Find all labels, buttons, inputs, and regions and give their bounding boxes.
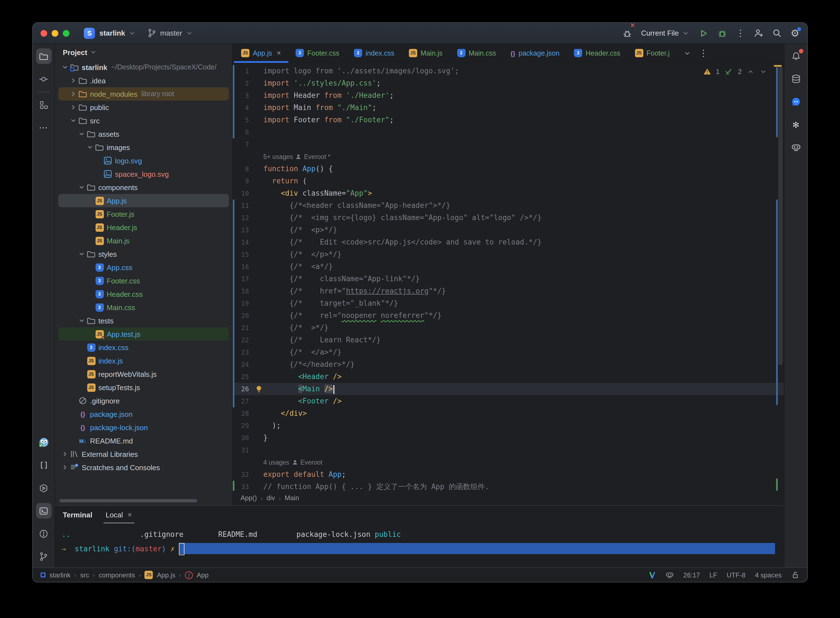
code-line-11[interactable]: 11 {/*<header className="App-header">*/} (233, 199, 784, 212)
tool-button-gopher-plugin[interactable] (36, 435, 51, 450)
status-breadcrumb[interactable]: starlink›src›components›JSApp.js›fApp (40, 571, 209, 579)
chevron-right-icon[interactable] (69, 90, 78, 98)
code-line-6[interactable]: 6 (233, 126, 784, 138)
tool-button-notifications[interactable] (788, 48, 804, 64)
tree-row-styles[interactable]: styles (58, 247, 229, 261)
status-item[interactable]: LF (709, 571, 717, 579)
code-line-25[interactable]: 25 <Header /> (233, 371, 784, 383)
tree-row-package.json[interactable]: {} package.json (58, 407, 229, 421)
code-line-20[interactable]: 20 {/* rel="noopener noreferrer"*/} (233, 309, 784, 322)
code-vision-inlay[interactable]: 5+ usagesEveroot * (233, 151, 784, 163)
chevron-down-icon[interactable] (77, 317, 86, 325)
minimize-window-button[interactable] (52, 30, 58, 36)
hidden-tabs-chevron-icon[interactable] (684, 49, 692, 57)
code-line-23[interactable]: 23 {/* </a>*/} (233, 346, 784, 358)
status-item[interactable]: 26:17 (683, 571, 700, 579)
tree-row-index.css[interactable]: 3 index.css (58, 341, 229, 354)
tool-button-git-branch[interactable] (36, 548, 51, 564)
code-line-19[interactable]: 19 {/* target="_blank"*/} (233, 297, 784, 309)
tab-package.json[interactable]: {} package.json (503, 44, 567, 62)
status-crumb[interactable]: components (99, 571, 135, 579)
v-logo-icon[interactable] (649, 571, 656, 579)
chevron-down-icon[interactable] (69, 117, 78, 125)
more-actions-button[interactable]: ⋮ (736, 29, 745, 37)
code-line-14[interactable]: 14 {/* Edit <code>src/App.js</code> and … (233, 236, 784, 248)
tree-row-node_modules[interactable]: node_modules library root (58, 87, 229, 101)
chevron-right-icon[interactable] (61, 450, 70, 458)
tree-row-tests[interactable]: tests (58, 314, 229, 327)
tree-row-images[interactable]: images (58, 141, 229, 154)
code-line-16[interactable]: 16 {/* <a*/} (233, 261, 784, 273)
tree-row-reportWebVitals.js[interactable]: JS reportWebVitals.js (58, 367, 229, 381)
code-line-22[interactable]: 22 {/* Learn React*/} (233, 334, 784, 346)
code-line-8[interactable]: 8 function App() { (233, 163, 784, 175)
tool-button-project-folder[interactable] (36, 48, 51, 64)
breadcrumb-item[interactable]: div (266, 494, 275, 502)
chevron-up-icon[interactable] (747, 68, 754, 75)
tree-row-starlink[interactable]: starlink ~/Desktop/Projects/SpaceX/Code/ (58, 61, 229, 74)
code-line-31[interactable]: 31 (233, 444, 784, 456)
terminal-tab-local[interactable]: Local ✕ (105, 506, 132, 523)
status-crumb[interactable]: App (197, 571, 209, 579)
tree-row-index.js[interactable]: JS index.js (58, 354, 229, 367)
close-icon[interactable]: ✕ (277, 50, 281, 56)
tab-App.js[interactable]: JS App.js ✕ (234, 44, 288, 62)
tree-row-App.test.js[interactable]: JS App.test.js (58, 327, 229, 341)
tab-options-button[interactable]: ⋮ (699, 49, 708, 58)
tab-Footer.css[interactable]: 3 Footer.css (288, 44, 346, 62)
branch-widget[interactable]: master (147, 28, 193, 38)
chevron-down-icon[interactable] (61, 63, 70, 71)
chevron-right-icon[interactable] (69, 77, 78, 85)
code-line-7[interactable]: 7 (233, 138, 784, 151)
chevron-down-icon[interactable] (760, 68, 767, 75)
tool-button-more-h[interactable]: ⋯ (36, 120, 51, 135)
code-line-26[interactable]: 26 <Main /> (233, 383, 784, 395)
tree-row-README.md[interactable]: M↓ README.md (58, 434, 229, 447)
tab-Main.css[interactable]: 3 Main.css (450, 44, 503, 62)
inspection-widget[interactable]: 1 2 (703, 67, 767, 76)
status-crumb[interactable]: starlink (49, 571, 71, 579)
chevron-down-icon[interactable] (77, 130, 86, 138)
code-line-5[interactable]: 5 import Footer from "./Footer"; (233, 114, 784, 126)
tree-row-Footer.js[interactable]: JS Footer.js (58, 207, 229, 221)
tool-button-terminal[interactable] (36, 503, 51, 518)
code-line-2[interactable]: 2 import '../styles/App.css'; (233, 77, 784, 89)
code-vision-inlay[interactable]: 4 usagesEveroot (233, 456, 784, 468)
close-icon[interactable]: ✕ (128, 512, 132, 518)
code-line-1[interactable]: 1 import logo from '../assets/images/log… (233, 65, 784, 77)
chevron-right-icon[interactable] (61, 464, 70, 471)
settings-button[interactable]: ⚙ (791, 28, 800, 38)
tree-row-Header.css[interactable]: 3 Header.css (58, 287, 229, 301)
project-widget[interactable]: starlink (99, 29, 137, 37)
code-editor[interactable]: 1 import logo from '../assets/images/log… (233, 63, 784, 491)
status-crumb[interactable]: src (80, 571, 89, 579)
tree-row-src[interactable]: src (58, 114, 229, 127)
tool-button-problems[interactable] (36, 526, 51, 541)
tree-row-assets[interactable]: assets (58, 127, 229, 141)
tool-button-database[interactable] (788, 71, 804, 87)
code-line-30[interactable]: 30 } (233, 432, 784, 444)
tree-row-Footer.css[interactable]: 3 Footer.css (58, 274, 229, 287)
code-line-17[interactable]: 17 {/* className="App-link"*/} (233, 273, 784, 285)
code-with-me-button[interactable] (754, 28, 763, 38)
tab-Header.css[interactable]: 3 Header.css (567, 44, 628, 62)
tree-row-package-lock.json[interactable]: {} package-lock.json (58, 421, 229, 434)
tree-row-Main.css[interactable]: 3 Main.css (58, 301, 229, 314)
code-line-13[interactable]: 13 {/* <p>*/} (233, 224, 784, 236)
breadcrumb-item[interactable]: App() (240, 494, 257, 502)
terminal-output[interactable]: .. .gitignore README.md package-lock.jso… (55, 523, 784, 567)
tree-row-components[interactable]: components (58, 181, 229, 194)
unlock-icon[interactable] (791, 571, 800, 579)
chevron-right-icon[interactable] (69, 103, 78, 111)
code-line-27[interactable]: 27 <Footer /> (233, 395, 784, 407)
tree-row-.gitignore[interactable]: .gitignore (58, 394, 229, 407)
copilot-small-icon[interactable] (666, 571, 674, 579)
no-configuration-bug-icon[interactable]: ✕ (622, 28, 632, 38)
code-line-3[interactable]: 3 import Header from './Header'; (233, 89, 784, 102)
tree-row-Header.js[interactable]: JS Header.js (58, 221, 229, 234)
breadcrumb-item[interactable]: Main (285, 494, 299, 502)
tool-button-structure[interactable] (36, 97, 51, 113)
code-line-4[interactable]: 4 import Main from "./Main"; (233, 102, 784, 114)
tree-row-Main.js[interactable]: JS Main.js (58, 234, 229, 247)
close-window-button[interactable] (40, 30, 47, 36)
